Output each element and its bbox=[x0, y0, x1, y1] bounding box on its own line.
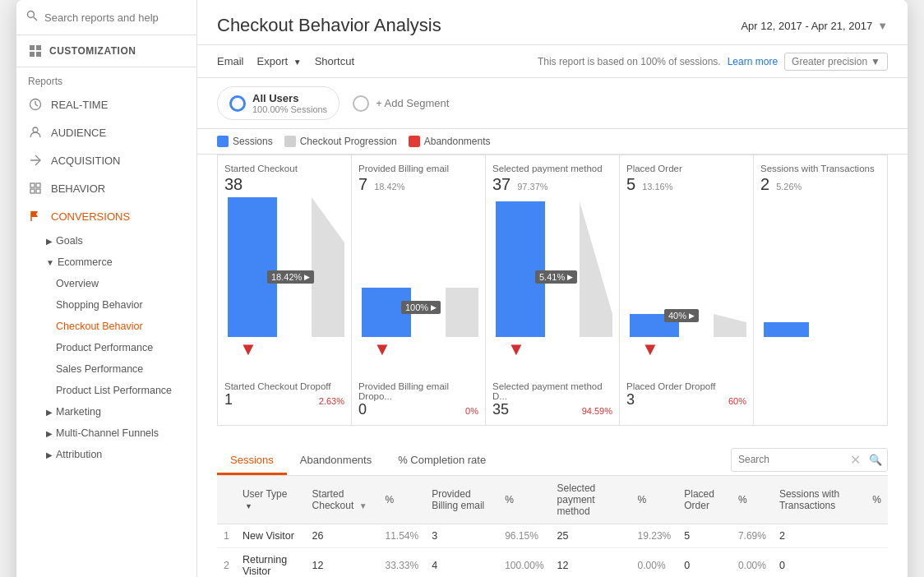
stage-billing: Provided Billing email 7 18.42% 100% bbox=[352, 155, 486, 425]
export-button[interactable]: Export ▼ bbox=[257, 52, 302, 71]
svg-rect-11 bbox=[36, 183, 40, 187]
marketing-arrow: ▶ bbox=[46, 408, 53, 417]
precision-label: Greater precision bbox=[792, 56, 867, 67]
add-segment-label: + Add Segment bbox=[376, 97, 449, 109]
sub-item-marketing[interactable]: ▶ Marketing bbox=[16, 401, 196, 422]
sidebar: CUSTOMIZATION Reports REAL-TIME AUDIENCE bbox=[16, 0, 197, 577]
sub-item-shopping-behavior[interactable]: Shopping Behavior bbox=[16, 294, 196, 316]
row-2-transactions: 0 bbox=[773, 548, 866, 578]
row-2-payment: 12 bbox=[551, 548, 631, 578]
customization-row: CUSTOMIZATION bbox=[16, 35, 196, 67]
sidebar-item-audience[interactable]: AUDIENCE bbox=[16, 118, 196, 146]
col-started-checkout[interactable]: Started Checkout ▼ bbox=[306, 476, 379, 524]
sub-item-sales-performance[interactable]: Sales Performance bbox=[16, 358, 196, 380]
col-user-type[interactable]: User Type ▼ bbox=[236, 476, 306, 524]
row-2-num: 2 bbox=[217, 548, 236, 578]
sidebar-item-conversions[interactable]: CONVERSIONS bbox=[16, 202, 196, 230]
goals-arrow: ▶ bbox=[46, 237, 53, 246]
add-segment-button[interactable]: + Add Segment bbox=[353, 95, 449, 112]
legend-abandonments: Abandonments bbox=[409, 136, 491, 147]
sidebar-item-realtime[interactable]: REAL-TIME bbox=[16, 90, 196, 118]
tab-abandonments[interactable]: Abandonments bbox=[287, 447, 385, 475]
sub-item-multi-channel[interactable]: ▶ Multi-Channel Funnels bbox=[16, 422, 196, 444]
badge-placed-value: 40% bbox=[668, 311, 686, 321]
sidebar-item-realtime-label: REAL-TIME bbox=[51, 99, 108, 111]
svg-rect-3 bbox=[36, 45, 41, 50]
row-1-placed-pct: 19.23% bbox=[631, 524, 678, 548]
search-icon bbox=[26, 10, 38, 25]
segment-bar: All Users 100.00% Sessions + Add Segment bbox=[197, 78, 908, 129]
col-placed-pct: % bbox=[631, 476, 678, 524]
sub-item-product-performance[interactable]: Product Performance bbox=[16, 337, 196, 358]
dropoff-billing-value: 0 bbox=[358, 401, 367, 418]
segment-chip[interactable]: All Users 100.00% Sessions bbox=[217, 86, 340, 120]
stage-placed-label: Placed Order bbox=[626, 164, 746, 173]
checkout-behavior-label: Checkout Behavior bbox=[56, 321, 143, 332]
sub-item-goals[interactable]: ▶ Goals bbox=[16, 230, 196, 252]
row-2-billing-pct: 33.33% bbox=[378, 548, 425, 578]
stage-placed-pct-header: 13.16% bbox=[642, 182, 672, 192]
stage-transactions-pct-header: 5.26% bbox=[776, 182, 802, 192]
user-type-dropdown-icon[interactable]: ▼ bbox=[245, 502, 252, 510]
abandonments-legend-label: Abandonments bbox=[424, 136, 491, 147]
row-2-billing: 4 bbox=[425, 548, 498, 578]
badge-placed[interactable]: 40% ▶ bbox=[664, 309, 699, 322]
learn-more-link[interactable]: Learn more bbox=[728, 56, 778, 67]
sidebar-item-behavior[interactable]: BEHAVIOR bbox=[16, 174, 196, 202]
date-range-picker[interactable]: Apr 12, 2017 - Apr 21, 2017 ▼ bbox=[741, 20, 888, 32]
sub-item-product-list[interactable]: Product List Performance bbox=[16, 380, 196, 401]
svg-rect-2 bbox=[30, 45, 35, 50]
precision-button[interactable]: Greater precision ▼ bbox=[784, 53, 888, 71]
segment-info: All Users 100.00% Sessions bbox=[252, 92, 327, 114]
funnel-chart: Started Checkout 38 18.42% bbox=[197, 155, 908, 434]
started-checkout-sort-icon[interactable]: ▼ bbox=[359, 501, 367, 510]
badge-billing[interactable]: 100% ▶ bbox=[401, 301, 441, 314]
grid-icon bbox=[28, 181, 43, 196]
sub-item-overview[interactable]: Overview bbox=[16, 273, 196, 294]
search-input[interactable] bbox=[44, 12, 187, 24]
badge-started[interactable]: 18.42% ▶ bbox=[267, 270, 314, 284]
email-button[interactable]: Email bbox=[217, 52, 244, 71]
export-arrow-icon: ▼ bbox=[293, 58, 302, 67]
sub-item-attribution[interactable]: ▶ Attribution bbox=[16, 444, 196, 465]
search-bar[interactable] bbox=[16, 0, 196, 35]
sub-item-checkout-behavior[interactable]: Checkout Behavior bbox=[16, 316, 196, 337]
badge-started-arrow: ▶ bbox=[304, 273, 310, 281]
stage-placed-value: 5 bbox=[626, 175, 635, 194]
stage-billing-value: 7 bbox=[358, 175, 367, 194]
segment-sub: 100.00% Sessions bbox=[252, 104, 327, 114]
sidebar-item-audience-label: AUDIENCE bbox=[51, 127, 106, 139]
table-search-clear-icon[interactable]: ✕ bbox=[847, 449, 864, 471]
ecommerce-arrow: ▼ bbox=[46, 258, 54, 267]
svg-rect-13 bbox=[36, 189, 40, 193]
table-search-submit-icon[interactable]: 🔍 bbox=[864, 450, 887, 469]
shortcut-button[interactable]: Shortcut bbox=[315, 52, 354, 71]
badge-payment[interactable]: 5.41% ▶ bbox=[535, 270, 577, 284]
reports-label: Reports bbox=[16, 67, 196, 90]
sub-item-ecommerce[interactable]: ▼ Ecommerce bbox=[16, 252, 196, 273]
table-search-input[interactable] bbox=[732, 450, 847, 469]
row-2-placed-pct: 0.00% bbox=[631, 548, 678, 578]
segment-name: All Users bbox=[252, 92, 327, 104]
legend-sessions: Sessions bbox=[217, 136, 273, 147]
row-1-transactions-pct: 7.69% bbox=[732, 524, 773, 548]
sidebar-item-acquisition[interactable]: ACQUISITION bbox=[16, 146, 196, 174]
tab-completion-rate[interactable]: % Completion rate bbox=[385, 447, 499, 475]
dropoff-billing-pct: 0% bbox=[465, 406, 478, 416]
row-1-billing-pct: 11.54% bbox=[378, 524, 425, 548]
row-2-started: 12 bbox=[306, 548, 379, 578]
stage-payment-value: 37 bbox=[492, 175, 511, 194]
badge-payment-arrow: ▶ bbox=[567, 273, 573, 281]
stage-billing-label: Provided Billing email bbox=[358, 164, 478, 173]
col-placed-order: Placed Order bbox=[677, 476, 732, 524]
main-header: Checkout Behavior Analysis Apr 12, 2017 … bbox=[197, 0, 908, 45]
svg-rect-10 bbox=[30, 183, 35, 187]
table-body: 1 New Visitor 26 11.54% 3 96.15% 25 19.2… bbox=[217, 524, 888, 578]
badge-billing-value: 100% bbox=[405, 302, 428, 312]
main-content: Checkout Behavior Analysis Apr 12, 2017 … bbox=[197, 0, 908, 577]
col-transactions-pct: % bbox=[732, 476, 773, 524]
dropoff-started-label: Started Checkout Dropoff bbox=[224, 381, 344, 391]
table-search[interactable]: ✕ 🔍 bbox=[731, 448, 888, 472]
tab-sessions[interactable]: Sessions bbox=[217, 447, 287, 475]
svg-line-1 bbox=[34, 17, 37, 21]
